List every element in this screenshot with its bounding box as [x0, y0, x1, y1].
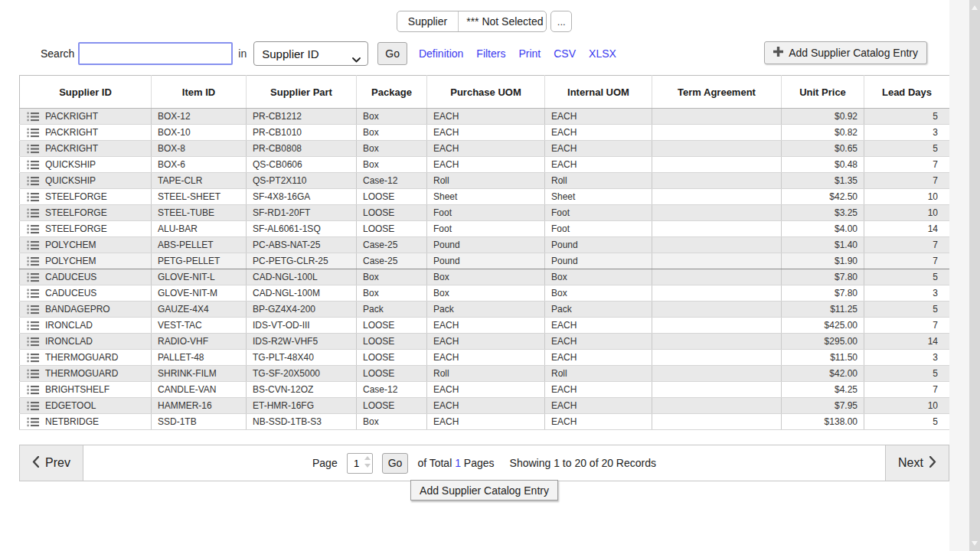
search-field-select[interactable]: Supplier ID [253, 41, 368, 66]
row-menu-icon[interactable] [27, 289, 39, 298]
supplier-id-text: POLYCHEM [45, 256, 96, 266]
cell-supplier-part: PC-PETG-CLR-25 [247, 253, 357, 269]
cell-internal-uom: EACH [545, 382, 652, 398]
column-header-supplier-id[interactable]: Supplier ID [20, 76, 152, 109]
row-menu-icon[interactable] [27, 369, 39, 379]
cell-item-id: HAMMER-16 [152, 398, 247, 414]
cell-term-agreement [652, 189, 782, 205]
column-header-term-agreement[interactable]: Term Agreement [652, 76, 782, 109]
table-row[interactable]: STEELFORGESTEEL-SHEETSF-4X8-16GALOOSEShe… [20, 189, 950, 205]
table-row[interactable]: EDGETOOLHAMMER-16ET-HMR-16FGLOOSEEACHEAC… [20, 398, 950, 414]
cell-supplier-part: PR-CB0808 [247, 141, 357, 157]
scrollbar-up-arrow-icon[interactable] [972, 5, 978, 10]
cell-internal-uom: Box [545, 269, 652, 285]
column-header-purchase-uom[interactable]: Purchase UOM [427, 76, 545, 109]
search-input[interactable] [78, 42, 233, 65]
row-menu-icon[interactable] [27, 385, 39, 395]
cell-package: LOOSE [357, 189, 427, 205]
link-filters[interactable]: Filters [476, 47, 505, 60]
row-menu-icon[interactable] [27, 353, 39, 363]
row-menu-icon[interactable] [27, 224, 39, 234]
column-header-item-id[interactable]: Item ID [152, 76, 247, 109]
page-go-button[interactable]: Go [382, 453, 409, 474]
column-header-internal-uom[interactable]: Internal UOM [545, 76, 652, 109]
add-supplier-catalog-entry-button-bottom[interactable]: Add Supplier Catalog Entry [410, 480, 558, 500]
table-row[interactable]: STEELFORGEALU-BARSF-AL6061-1SQLOOSEFootF… [20, 221, 950, 237]
next-page-button[interactable]: Next [885, 445, 949, 481]
row-menu-icon[interactable] [27, 160, 39, 170]
table-row[interactable]: IRONCLADVEST-TACIDS-VT-OD-IIILOOSEEACHEA… [20, 318, 950, 334]
row-menu-icon[interactable] [27, 305, 39, 315]
row-menu-icon[interactable] [27, 401, 39, 411]
spinner-up-icon[interactable] [364, 456, 371, 460]
table-row[interactable]: BANDAGEPROGAUZE-4X4BP-GZ4X4-200PackPackP… [20, 302, 950, 318]
page-spinner[interactable] [364, 456, 371, 468]
scrollbar-down-arrow-icon[interactable] [972, 541, 978, 546]
table-row[interactable]: QUICKSHIPTAPE-CLRQS-PT2X110Case-12RollRo… [20, 173, 950, 189]
cell-purchase-uom: EACH [427, 334, 545, 350]
link-csv[interactable]: CSV [554, 47, 576, 60]
table-row[interactable]: THERMOGUARDPALLET-48TG-PLT-48X40LOOSEEAC… [20, 350, 950, 366]
vertical-scrollbar[interactable] [969, 0, 980, 551]
column-header-package[interactable]: Package [357, 76, 427, 109]
table-row[interactable]: PACKRIGHTBOX-10PR-CB1010BoxEACHEACH$0.82… [20, 125, 950, 141]
supplier-id-text: EDGETOOL [45, 400, 96, 411]
cell-item-id: RADIO-VHF [152, 334, 247, 350]
link-xlsx[interactable]: XLSX [589, 47, 616, 60]
cell-lead-days: 10 [864, 398, 950, 414]
row-menu-icon[interactable] [27, 128, 39, 138]
cell-internal-uom: EACH [545, 398, 652, 414]
column-header-supplier-part[interactable]: Supplier Part [247, 76, 357, 109]
table-row[interactable]: THERMOGUARDSHRINK-FILMTG-SF-20X5000LOOSE… [20, 366, 950, 382]
cell-purchase-uom: Foot [427, 205, 545, 221]
cell-item-id: STEEL-TUBE [152, 205, 247, 221]
cell-lead-days: 10 [864, 205, 950, 221]
toolbar-links: DefinitionFiltersPrintCSVXLSX [419, 47, 616, 60]
supplier-more-button[interactable]: ... [550, 11, 572, 32]
footer-bar: Add Supplier Catalog Entry [19, 480, 949, 500]
row-menu-icon[interactable] [27, 321, 39, 331]
spinner-down-icon[interactable] [364, 464, 371, 468]
prev-page-button[interactable]: Prev [20, 445, 83, 481]
cell-item-id: VEST-TAC [152, 318, 247, 334]
cell-term-agreement [652, 302, 782, 318]
table-row[interactable]: BRIGHTSHELFCANDLE-VANBS-CVN-12OZCase-12E… [20, 382, 950, 398]
row-menu-icon[interactable] [27, 240, 39, 250]
column-header-lead-days[interactable]: Lead Days [864, 76, 950, 109]
link-print[interactable]: Print [518, 47, 541, 60]
cell-unit-price: $1.90 [782, 253, 864, 269]
table-row[interactable]: POLYCHEMABS-PELLETPC-ABS-NAT-25Case-25Po… [20, 237, 950, 253]
supplier-id-text: CADUCEUS [45, 288, 96, 298]
cell-supplier-part: PR-CB1010 [247, 125, 357, 141]
cell-unit-price: $4.00 [782, 221, 864, 237]
column-header-unit-price[interactable]: Unit Price [782, 76, 864, 109]
table-row[interactable]: CADUCEUSGLOVE-NIT-MCAD-NGL-100MBoxBoxBox… [20, 285, 950, 302]
row-menu-icon[interactable] [27, 176, 39, 186]
row-menu-icon[interactable] [27, 192, 39, 202]
cell-internal-uom: EACH [545, 414, 652, 430]
table-row[interactable]: POLYCHEMPETG-PELLETPC-PETG-CLR-25Case-25… [20, 253, 950, 269]
row-menu-icon[interactable] [27, 112, 39, 122]
row-menu-icon[interactable] [27, 208, 39, 218]
row-menu-icon[interactable] [27, 337, 39, 347]
row-menu-icon[interactable] [27, 256, 39, 266]
cell-supplier-part: SF-RD1-20FT [247, 205, 357, 221]
supplier-selector[interactable]: Supplier *** Not Selected [397, 11, 547, 32]
cell-item-id: BOX-8 [152, 141, 247, 157]
table-row[interactable]: CADUCEUSGLOVE-NIT-LCAD-NGL-100LBoxBoxBox… [20, 269, 950, 285]
row-menu-icon[interactable] [27, 144, 39, 154]
add-supplier-catalog-entry-button-top[interactable]: Add Supplier Catalog Entry [764, 41, 927, 64]
table-row[interactable]: NETBRIDGESSD-1TBNB-SSD-1TB-S3BoxEACHEACH… [20, 414, 950, 430]
table-row[interactable]: PACKRIGHTBOX-12PR-CB1212BoxEACHEACH$0.92… [20, 109, 950, 125]
table-row[interactable]: PACKRIGHTBOX-8PR-CB0808BoxEACHEACH$0.655 [20, 141, 950, 157]
row-menu-icon[interactable] [27, 272, 39, 282]
supplier-selector-value[interactable]: *** Not Selected [459, 11, 546, 31]
search-go-button[interactable]: Go [377, 42, 407, 65]
row-menu-icon[interactable] [27, 417, 39, 427]
table-row[interactable]: IRONCLADRADIO-VHFIDS-R2W-VHF5LOOSEEACHEA… [20, 334, 950, 350]
cell-package: Case-12 [357, 173, 427, 189]
link-definition[interactable]: Definition [419, 47, 463, 60]
cell-package: LOOSE [357, 318, 427, 334]
table-row[interactable]: QUICKSHIPBOX-6QS-CB0606BoxEACHEACH$0.487 [20, 157, 950, 173]
table-row[interactable]: STEELFORGESTEEL-TUBESF-RD1-20FTLOOSEFoot… [20, 205, 950, 221]
